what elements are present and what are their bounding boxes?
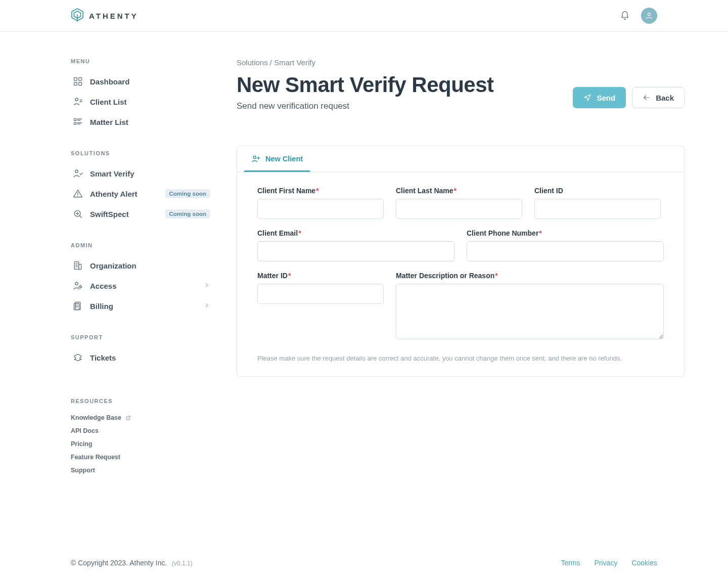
action-buttons: Send Back (573, 87, 685, 108)
bell-icon[interactable] (618, 9, 632, 23)
resource-link-feature-request[interactable]: Feature Request (71, 451, 212, 464)
tabs: New Client (237, 146, 684, 172)
resource-link-pricing[interactable]: Pricing (71, 437, 212, 451)
sidebar-item-label: Access (90, 282, 196, 290)
svg-point-3 (648, 13, 650, 16)
tab-new-client[interactable]: New Client (244, 146, 310, 172)
external-link-icon (125, 415, 131, 421)
first-name-input[interactable] (257, 199, 384, 219)
footer-link-privacy[interactable]: Privacy (595, 559, 618, 567)
footer-link-terms[interactable]: Terms (561, 559, 580, 567)
sidebar-title: SOLUTIONS (71, 150, 212, 156)
sidebar-item-label: Billing (90, 302, 196, 310)
form: Client First Name* Client Last Name* Cli… (237, 172, 684, 376)
svg-rect-11 (74, 118, 76, 120)
brand[interactable]: ATHENTY (71, 8, 139, 24)
chevron-right-icon (203, 282, 210, 290)
sidebar-item-smart-verify[interactable]: Smart Verify (71, 163, 212, 184)
sidebar-section-support: SUPPORT Tickets (71, 334, 212, 368)
page-head: New Smart Verify Request Send new verifi… (237, 70, 685, 111)
svg-rect-7 (79, 82, 82, 85)
send-button[interactable]: Send (573, 87, 626, 108)
svg-rect-25 (79, 264, 81, 270)
sidebar-title: MENU (71, 58, 212, 64)
brand-name: ATHENTY (89, 12, 139, 20)
sidebar-item-matter-list[interactable]: Matter List (71, 112, 212, 132)
send-button-label: Send (597, 94, 615, 102)
resource-link-label: API Docs (71, 427, 99, 434)
label-email: Client Email* (257, 229, 454, 237)
sidebar-item-label: Smart Verify (90, 169, 210, 178)
topbar: ATHENTY (0, 0, 728, 32)
sidebar-item-label: Tickets (90, 353, 210, 362)
sidebar-item-swiftspect[interactable]: SwiftSpect Coming soon (71, 204, 212, 224)
sidebar-section-menu: MENU Dashboard Client List Matter List (71, 58, 212, 132)
label-first-name: Client First Name* (257, 187, 384, 195)
sidebar-item-label: SwiftSpect (90, 210, 158, 218)
form-hint: Please make sure the request details are… (257, 354, 664, 362)
sidebar-title: SUPPORT (71, 334, 212, 340)
chevron-right-icon (203, 302, 210, 310)
label-matter-id: Matter ID* (257, 272, 384, 280)
footer-link-cookies[interactable]: Cookies (631, 559, 657, 567)
client-id-input[interactable] (534, 199, 661, 219)
svg-rect-6 (74, 82, 77, 85)
sidebar: MENU Dashboard Client List Matter List S… (71, 58, 212, 532)
sidebar-item-dashboard[interactable]: Dashboard (71, 71, 212, 92)
resource-link-label: Feature Request (71, 454, 120, 461)
resource-link-support[interactable]: Support (71, 464, 212, 477)
sidebar-item-billing[interactable]: Billing (71, 296, 212, 316)
back-button-label: Back (656, 94, 674, 102)
email-input[interactable] (257, 241, 454, 261)
sidebar-section-resources: RESOURCES Knowledge Base API Docs Pricin… (71, 398, 212, 477)
phone-input[interactable] (467, 241, 664, 261)
sidebar-section-solutions: SOLUTIONS Smart Verify Athenty Alert Com… (71, 150, 212, 224)
sidebar-item-label: Client List (90, 98, 210, 106)
page-grid: MENU Dashboard Client List Matter List S… (0, 32, 728, 553)
footer: © Copyright 2023. Athenty Inc. (v0.1.1) … (0, 553, 728, 577)
sidebar-item-organization[interactable]: Organization (71, 255, 212, 276)
sidebar-item-athenty-alert[interactable]: Athenty Alert Coming soon (71, 184, 212, 204)
avatar-button[interactable] (641, 8, 657, 24)
breadcrumb[interactable]: Solutions / Smart Verify (237, 58, 685, 67)
coming-soon-badge: Coming soon (165, 189, 210, 198)
sidebar-item-access[interactable]: Access (71, 276, 212, 296)
sidebar-item-client-list[interactable]: Client List (71, 92, 212, 112)
back-button[interactable]: Back (632, 87, 685, 108)
label-last-name: Client Last Name* (396, 187, 522, 195)
form-card: New Client Client First Name* Client Las… (237, 146, 685, 377)
svg-point-30 (79, 286, 81, 288)
tab-label: New Client (265, 155, 303, 163)
svg-point-17 (75, 170, 78, 172)
footer-links: Terms Privacy Cookies (561, 559, 657, 567)
resource-link-knowledge-base[interactable]: Knowledge Base (71, 411, 212, 424)
sidebar-item-tickets[interactable]: Tickets (71, 347, 212, 368)
svg-point-8 (75, 98, 78, 101)
svg-rect-5 (79, 78, 82, 81)
logo-icon (71, 8, 84, 24)
sidebar-section-admin: ADMIN Organization Access Billing (71, 242, 212, 316)
sidebar-item-label: Organization (90, 261, 210, 270)
last-name-input[interactable] (396, 199, 522, 219)
svg-line-23 (80, 216, 82, 218)
svg-rect-14 (74, 122, 76, 124)
label-phone: Client Phone Number* (467, 229, 664, 237)
svg-rect-24 (74, 262, 78, 270)
sidebar-title: ADMIN (71, 242, 212, 248)
topbar-actions (618, 8, 657, 24)
page-title: New Smart Verify Request (237, 73, 494, 97)
matter-id-input[interactable] (257, 284, 384, 304)
coming-soon-badge: Coming soon (165, 209, 210, 218)
svg-rect-4 (74, 78, 77, 81)
sidebar-item-label: Matter List (90, 118, 210, 126)
send-icon (583, 94, 592, 102)
matter-desc-textarea[interactable] (396, 284, 664, 339)
user-plus-icon (251, 154, 260, 163)
resource-link-api-docs[interactable]: API Docs (71, 424, 212, 437)
sidebar-item-label: Dashboard (90, 77, 210, 86)
label-matter-desc: Matter Description or Reason* (396, 272, 664, 280)
resource-link-label: Knowledge Base (71, 414, 121, 421)
sidebar-title: RESOURCES (71, 398, 212, 404)
main: Solutions / Smart Verify New Smart Verif… (237, 58, 685, 532)
footer-copyright: © Copyright 2023. Athenty Inc. (71, 559, 167, 567)
